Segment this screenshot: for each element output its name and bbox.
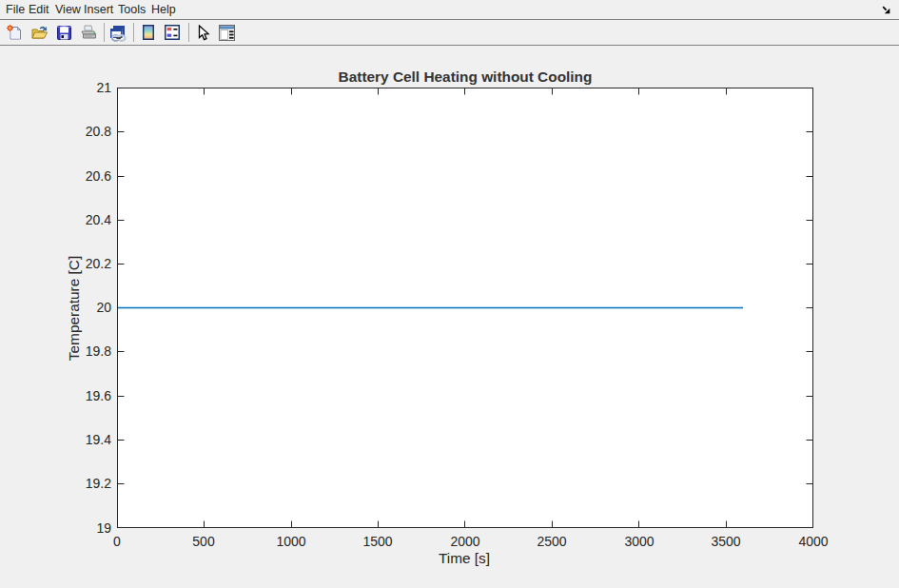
svg-text:20.6: 20.6	[86, 168, 111, 184]
svg-text:19.8: 19.8	[86, 343, 111, 359]
svg-text:Temperature [C]: Temperature [C]	[66, 256, 82, 361]
svg-text:20.8: 20.8	[86, 124, 111, 139]
svg-text:19.4: 19.4	[86, 432, 111, 447]
svg-text:4000: 4000	[798, 534, 828, 549]
svg-text:Battery Cell Heating without C: Battery Cell Heating without Cooling	[339, 69, 593, 85]
svg-text:21: 21	[96, 80, 111, 95]
svg-text:19.6: 19.6	[86, 388, 111, 403]
svg-text:3500: 3500	[711, 534, 740, 549]
svg-text:19.2: 19.2	[86, 476, 111, 491]
svg-text:0: 0	[113, 534, 121, 549]
svg-text:Time [s]: Time [s]	[439, 550, 490, 566]
svg-text:1000: 1000	[276, 534, 305, 549]
svg-text:2500: 2500	[537, 534, 566, 549]
svg-text:2000: 2000	[450, 534, 479, 549]
svg-text:20.2: 20.2	[86, 256, 111, 271]
svg-text:20.4: 20.4	[86, 212, 111, 227]
svg-text:1500: 1500	[362, 534, 392, 549]
svg-text:20: 20	[96, 300, 111, 315]
svg-text:19: 19	[96, 520, 111, 536]
svg-text:3000: 3000	[624, 534, 654, 549]
svg-text:500: 500	[192, 534, 215, 549]
